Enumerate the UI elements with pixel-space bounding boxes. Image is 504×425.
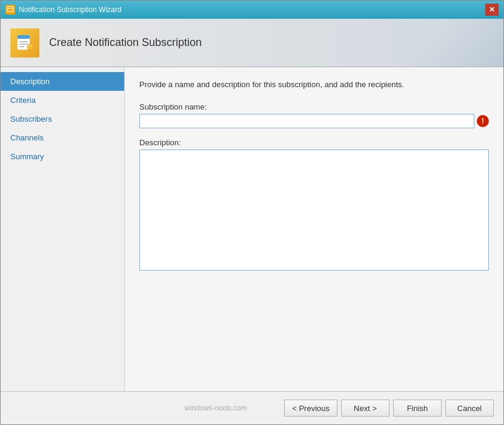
subscription-name-input[interactable] xyxy=(139,114,474,128)
sidebar-item-channels[interactable]: Channels xyxy=(1,128,124,147)
main-content: Provide a name and description for this … xyxy=(125,67,503,391)
footer-buttons: < Previous Next > Finish Cancel xyxy=(284,400,494,417)
sidebar-item-criteria[interactable]: Criteria xyxy=(1,91,124,110)
wizard-header: ! Create Notification Subscription xyxy=(1,19,503,67)
cancel-button[interactable]: Cancel xyxy=(445,400,494,417)
app-icon xyxy=(5,5,15,15)
description-textarea[interactable] xyxy=(139,150,489,271)
wizard-window: Notification Subscription Wizard ✕ ! Cre… xyxy=(0,0,504,425)
previous-button[interactable]: < Previous xyxy=(284,400,337,417)
description-label: Description: xyxy=(139,138,489,147)
svg-rect-3 xyxy=(18,35,30,39)
sidebar-item-summary[interactable]: Summary xyxy=(1,147,124,166)
svg-rect-0 xyxy=(7,7,13,12)
watermark: windows-noob.com xyxy=(147,404,284,412)
svg-text:!: ! xyxy=(30,46,31,50)
wizard-icon: ! xyxy=(10,28,39,58)
error-icon: ! xyxy=(477,115,489,127)
window-title: Notification Subscription Wizard xyxy=(19,5,121,14)
title-bar: Notification Subscription Wizard ✕ xyxy=(1,1,503,19)
subscription-name-group: Subscription name: ! xyxy=(139,102,489,128)
title-bar-left: Notification Subscription Wizard xyxy=(5,5,121,15)
close-button[interactable]: ✕ xyxy=(485,4,499,16)
sidebar-item-description[interactable]: Description xyxy=(1,72,124,91)
description-group: Description: xyxy=(139,138,489,272)
wizard-header-title: Create Notification Subscription xyxy=(49,36,202,49)
content-area: Description Criteria Subscribers Channel… xyxy=(1,67,503,391)
footer: windows-noob.com < Previous Next > Finis… xyxy=(1,391,503,424)
finish-button[interactable]: Finish xyxy=(393,400,442,417)
subscription-name-label: Subscription name: xyxy=(139,102,489,111)
next-button[interactable]: Next > xyxy=(341,400,390,417)
description-text: Provide a name and description for this … xyxy=(139,79,489,90)
sidebar-item-subscribers[interactable]: Subscribers xyxy=(1,110,124,128)
sidebar: Description Criteria Subscribers Channel… xyxy=(1,67,125,391)
subscription-name-row: ! xyxy=(139,114,489,128)
